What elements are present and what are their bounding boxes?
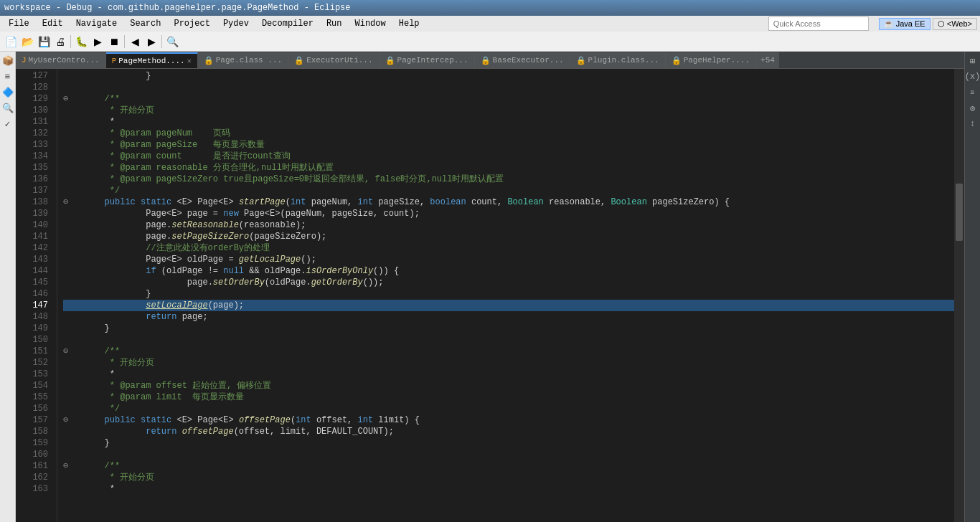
menu-file[interactable]: File — [3, 17, 35, 30]
tab-label-pageintercep: PageIntercep... — [397, 56, 468, 65]
sidebar-icon-hierarchy[interactable]: 🔷 — [1, 86, 14, 99]
menu-search[interactable]: Search — [124, 17, 166, 30]
right-sidebar-icon-3[interactable]: ≡ — [966, 86, 979, 99]
toolbar-btn-prev[interactable]: ◀ — [127, 34, 143, 49]
toolbar-btn-next[interactable]: ▶ — [143, 34, 159, 49]
code-line: * @param pageNum 页码 — [63, 128, 954, 139]
menu-navigate[interactable]: Navigate — [70, 17, 123, 30]
toolbar-btn-run[interactable]: ▶ — [90, 34, 105, 49]
menu-project[interactable]: Project — [168, 17, 215, 30]
toolbar-btn-stop[interactable]: ⏹ — [106, 34, 122, 49]
vertical-scrollbar[interactable] — [954, 69, 964, 522]
code-line: } — [63, 323, 954, 334]
menu-edit[interactable]: Edit — [37, 17, 69, 30]
menu-pydev[interactable]: Pydev — [217, 17, 255, 30]
sidebar-icon-tasks[interactable]: ✓ — [1, 118, 14, 130]
sidebar-icon-package[interactable]: 📦 — [1, 54, 14, 67]
quick-access-input[interactable] — [768, 16, 869, 31]
code-line: * 开始分页 — [63, 105, 954, 116]
toolbar-btn-open[interactable]: 📂 — [19, 34, 35, 49]
tab-icon-pluginclass: 🔒 — [576, 56, 586, 65]
toolbar-sep-2 — [124, 35, 125, 48]
code-line: Page<E> oldPage = getLocalPage(); — [63, 254, 954, 265]
menu-help[interactable]: Help — [393, 17, 425, 30]
tab-close-pagemethod[interactable]: ✕ — [187, 57, 192, 65]
code-line: ⊖ /** — [63, 460, 954, 472]
code-line: //注意此处没有orderBy的处理 — [63, 242, 954, 254]
perspective-java-ee[interactable]: ☕ Java EE — [879, 18, 930, 30]
code-line — [63, 334, 954, 346]
code-line: * 开始分页 — [63, 357, 954, 369]
toolbar-btn-save[interactable]: 💾 — [36, 34, 52, 49]
right-sidebar-icon-5[interactable]: ↕ — [966, 118, 979, 130]
title-bar: workspace - Debug - com.github.pagehelpe… — [0, 0, 980, 16]
code-line: * — [63, 116, 954, 128]
code-line: * @param limit 每页显示数量 — [63, 392, 954, 403]
tab-label-myusercontro: MyUserContro... — [29, 56, 100, 65]
right-sidebar-icon-4[interactable]: ⚙ — [966, 102, 979, 115]
tab-bar: J MyUserContro... P PageMethod.... ✕ 🔒 P… — [16, 52, 964, 69]
code-line: * @param reasonable 分页合理化,null时用默认配置 — [63, 162, 954, 174]
tab-label-baseexecutor: BaseExecutor... — [493, 56, 564, 65]
tab-executoruti[interactable]: 🔒 ExecutorUti... — [288, 52, 379, 68]
line-numbers: 1271281291301311321331341351361371381391… — [27, 69, 57, 522]
tab-label-pageclass: Page.class ... — [216, 56, 282, 65]
tab-label-executoruti: ExecutorUti... — [306, 56, 372, 65]
code-line: } — [63, 288, 954, 300]
tab-label-pluginclass: Plugin.class... — [588, 56, 659, 65]
code-editor: 1271281291301311321331341351361371381391… — [16, 69, 964, 522]
code-line: } — [63, 437, 954, 449]
menu-window[interactable]: Window — [349, 17, 392, 30]
code-line — [63, 449, 954, 460]
code-line: */ — [63, 403, 954, 414]
tab-label-pagehelper: PageHelper.... — [684, 56, 750, 65]
toolbar-btn-print[interactable]: 🖨 — [52, 34, 68, 49]
tab-pagemethod[interactable]: P PageMethod.... ✕ — [106, 52, 198, 68]
editor-area: J MyUserContro... P PageMethod.... ✕ 🔒 P… — [16, 52, 964, 522]
tab-pluginclass[interactable]: 🔒 Plugin.class... — [570, 52, 666, 68]
tab-overflow[interactable]: +54 — [756, 52, 779, 68]
menu-bar: File Edit Navigate Search Project Pydev … — [0, 16, 980, 32]
code-line: ⊖ public static <E> Page<E> startPage(in… — [63, 196, 954, 208]
toolbar-sep-1 — [70, 35, 71, 48]
code-line: } — [63, 70, 954, 82]
sidebar-icon-search[interactable]: 🔍 — [1, 102, 14, 115]
code-line: * — [63, 483, 954, 495]
right-sidebar-icon-2[interactable]: (x) — [966, 70, 979, 83]
code-line: return page; — [63, 311, 954, 323]
code-line: * — [63, 369, 954, 380]
code-line: * 开始分页 — [63, 472, 954, 483]
code-line: ⊖ /** — [63, 93, 954, 105]
sidebar-icon-outline[interactable]: ≡ — [1, 70, 14, 83]
tab-myusercontro[interactable]: J MyUserContro... — [16, 52, 106, 68]
tab-pagehelper[interactable]: 🔒 PageHelper.... — [666, 52, 756, 68]
right-sidebar-icon-1[interactable]: ⊞ — [966, 54, 979, 67]
tab-icon-baseexecutor: 🔒 — [481, 56, 491, 65]
tab-icon-pageintercep: 🔒 — [385, 56, 395, 65]
right-sidebar: ⊞ (x) ≡ ⚙ ↕ — [964, 52, 980, 522]
menu-run[interactable]: Run — [321, 17, 348, 30]
tab-baseexecutor[interactable]: 🔒 BaseExecutor... — [475, 52, 570, 68]
perspective-web[interactable]: ⬡ <Web> — [933, 18, 977, 30]
code-line: */ — [63, 185, 954, 196]
code-line: ⊖ /** — [63, 346, 954, 357]
toolbar-btn-search[interactable]: 🔍 — [164, 34, 180, 49]
toolbar-btn-new[interactable]: 📄 — [3, 34, 19, 49]
toolbar-sep-3 — [161, 35, 162, 48]
code-line — [63, 82, 954, 93]
toolbar: 📄 📂 💾 🖨 🐛 ▶ ⏹ ◀ ▶ 🔍 — [0, 32, 980, 52]
code-line: * @param count 是否进行count查询 — [63, 151, 954, 162]
code-line: * @param pageSizeZero true且pageSize=0时返回… — [63, 174, 954, 185]
tab-pageintercep[interactable]: 🔒 PageIntercep... — [380, 52, 475, 68]
tab-icon-pagemethod: P — [112, 57, 117, 65]
toolbar-btn-debug[interactable]: 🐛 — [73, 34, 89, 49]
tab-pageclass[interactable]: 🔒 Page.class ... — [198, 52, 288, 68]
code-content[interactable]: } ⊖ /** * 开始分页 * * @param pageNum 页码 * @… — [57, 69, 954, 522]
tab-icon-pagehelper: 🔒 — [672, 56, 682, 65]
title-text: workspace - Debug - com.github.pagehelpe… — [4, 3, 350, 13]
scrollbar-thumb[interactable] — [956, 184, 963, 241]
menu-decompiler[interactable]: Decompiler — [256, 17, 319, 30]
left-sidebar: 📦 ≡ 🔷 🔍 ✓ — [0, 52, 16, 522]
tab-icon-myusercontro: J — [22, 56, 27, 65]
code-line: * @param pageSize 每页显示数量 — [63, 139, 954, 151]
